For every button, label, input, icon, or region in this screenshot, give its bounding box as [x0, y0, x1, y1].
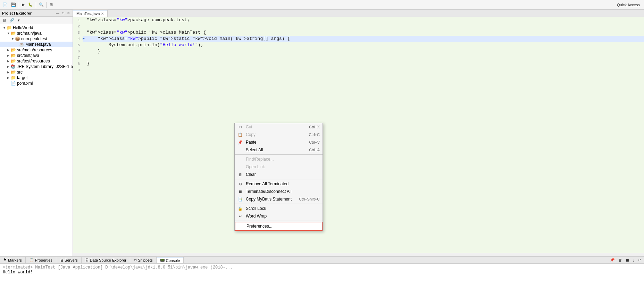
line-num-3: 3 [73, 29, 83, 36]
bottom-toolbar-scroll-btn[interactable]: ↓ [632, 257, 636, 263]
bottom-tab-icon-snippets: ✂ [134, 258, 137, 262]
toolbar-run-btn[interactable]: ▶ [20, 2, 26, 8]
bottom-tab-label-servers: Servers [65, 258, 78, 262]
bottom-toolbar-terminate-btn[interactable]: ⏹ [624, 257, 631, 263]
ctx-item-word-wrap[interactable]: ↵Word Wrap [235, 212, 323, 220]
toolbar-file-btn[interactable]: 📄 [1, 2, 9, 8]
bottom-toolbar-wordwrap-btn[interactable]: ↵ [637, 257, 643, 263]
code-text-3: "kw">class="kw">public "kw">class MainTe… [85, 29, 206, 36]
tree-icon-jre-system-library: 📚 [10, 64, 16, 69]
tree-item-pom-xml[interactable]: 📄pom.xml [0, 80, 73, 86]
tree-item-src-main-java[interactable]: ▼📂src/main/java [0, 31, 73, 36]
code-line-5: 5 System.out.println("Hello world!"); [73, 42, 644, 48]
tree-item-com-peak-test[interactable]: ▼📦com.peak.test [0, 36, 73, 42]
bottom-tab-properties[interactable]: 📋Properties [26, 257, 56, 263]
ctx-item-remove-all-terminated[interactable]: ⊘Remove All Terminated [235, 180, 323, 188]
ctx-item-preferences[interactable]: Preferences... [235, 222, 323, 231]
code-text-8: } [85, 61, 90, 67]
tree-label-com-peak-test: com.peak.test [21, 36, 47, 41]
ctx-label-open-link: Open Link [246, 164, 320, 169]
ctx-item-scroll-lock[interactable]: 🔒Scroll Lock [235, 205, 323, 212]
pe-minimize-btn[interactable]: — [55, 11, 60, 15]
ctx-label-copy: Copy [246, 132, 306, 137]
ctx-item-copy: 📋CopyCtrl+C [235, 131, 323, 138]
line-marker-4: ▶ [83, 36, 85, 42]
bottom-tab-icon-markers: ⚑ [3, 258, 7, 262]
code-text-6: } [85, 48, 100, 54]
code-line-2: 2 [73, 23, 644, 29]
pe-maximize-btn[interactable]: □ [61, 11, 65, 15]
tree-icon-src-test-resources: 📂 [11, 59, 16, 63]
bottom-tab-console[interactable]: 📟Console [157, 257, 184, 263]
tree-label-src: src [17, 70, 23, 75]
context-menu: ✂CutCtrl+X📋CopyCtrl+C📌PasteCtrl+VSelect … [234, 123, 323, 231]
bottom-tab-markers[interactable]: ⚑Markers [0, 257, 26, 263]
code-line-4: 4▶ "kw">class="kw">public "kw">static "k… [73, 36, 644, 42]
tree-label-src-main-resources: src/main/resources [17, 48, 52, 52]
tree-item-src-test-java[interactable]: ▶📂src/test/java [0, 53, 73, 58]
pe-link-btn[interactable]: 🔗 [8, 17, 16, 23]
toolbar-search-btn[interactable]: 🔍 [37, 2, 45, 8]
project-explorer-panel: Project Explorer — □ ✕ ⊟ 🔗 ▾ ▼📁HelloWorl… [0, 10, 73, 256]
tree-item-helloworld[interactable]: ▼📁HelloWorld [0, 25, 73, 31]
bottom-tab-label-markers: Markers [8, 258, 22, 262]
code-line-9: 9 [73, 67, 644, 73]
editor-tab-maintest[interactable]: MainTest.java ✕ [73, 10, 108, 17]
pe-collapse-btn[interactable]: ⊟ [1, 17, 7, 23]
line-num-1: 1 [73, 17, 83, 23]
ctx-label-select-all: Select All [246, 147, 306, 152]
ctx-label-scroll-lock: Scroll Lock [246, 206, 320, 211]
pe-menu-btn[interactable]: ▾ [16, 17, 21, 23]
tree-arrow-src-test-java: ▶ [7, 54, 10, 57]
ctx-label-remove-all-terminated: Remove All Terminated [246, 181, 320, 186]
toolbar-debug-btn[interactable]: 🐛 [27, 2, 34, 8]
editor-content[interactable]: 1"kw">class="kw">package com.peak.test;2… [73, 17, 644, 253]
ctx-item-find-replace: Find/Replace... [235, 155, 323, 163]
pe-close-btn[interactable]: ✕ [66, 11, 70, 15]
toolbar-window-btn[interactable]: ⊞ [48, 2, 54, 8]
ctx-item-terminate-disconnect-all[interactable]: ⏹Terminate/Disconnect All [235, 188, 323, 195]
tree-icon-maintest-java: ☕ [19, 42, 24, 47]
code-text-1: "kw">class="kw">package com.peak.test; [85, 17, 190, 23]
toolbar-sep-1 [19, 2, 19, 8]
editor-scrollbar-h[interactable] [73, 253, 644, 256]
tree-item-src-test-resources[interactable]: ▶📂src/test/resources [0, 58, 73, 64]
tree-arrow-src-test-resources: ▶ [7, 59, 10, 63]
ctx-item-select-all[interactable]: Select AllCtrl+A [235, 146, 323, 154]
ctx-sep-sep3 [235, 204, 323, 204]
project-explorer-header: Project Explorer — □ ✕ [0, 10, 73, 17]
editor-tab-close[interactable]: ✕ [101, 12, 104, 16]
ctx-icon-copy-mybatis: 📑 [237, 197, 243, 202]
tree-item-src[interactable]: ▶📂src [0, 69, 73, 75]
code-line-3: 3"kw">class="kw">public "kw">class MainT… [73, 29, 644, 36]
code-line-1: 1"kw">class="kw">package com.peak.test; [73, 17, 644, 23]
ctx-icon-paste: 📌 [237, 140, 243, 145]
tree-item-maintest-java[interactable]: ☕MainTest.java [0, 42, 73, 47]
tree-icon-src-main-java: 📂 [11, 31, 16, 36]
tree-icon-src-main-resources: 📂 [11, 48, 16, 52]
ctx-item-copy-mybatis[interactable]: 📑Copy MyBatis StatementCtrl+Shift+C [235, 195, 323, 203]
tree-item-target[interactable]: ▶📁target [0, 75, 73, 80]
code-line-7: 7 [73, 54, 644, 61]
bottom-tab-icon-properties: 📋 [29, 258, 34, 262]
bottom-tab-label-snippets: Snippets [138, 258, 153, 262]
bottom-tab-servers[interactable]: 🖥Servers [56, 257, 82, 263]
ctx-sep-sep1 [235, 154, 323, 155]
tree-item-jre-system-library[interactable]: ▶📚JRE System Library [J2SE-1.5] [0, 64, 73, 69]
ctx-item-clear[interactable]: 🗑Clear [235, 171, 323, 178]
tree-icon-com-peak-test: 📦 [15, 36, 20, 41]
ctx-item-paste[interactable]: 📌PasteCtrl+V [235, 138, 323, 146]
line-num-6: 6 [73, 48, 83, 54]
bottom-tab-snippets[interactable]: ✂Snippets [130, 257, 157, 263]
code-text-4: "kw">class="kw">public "kw">static "kw">… [85, 36, 290, 42]
tree-arrow-src: ▶ [7, 70, 10, 74]
line-num-7: 7 [73, 54, 83, 61]
bottom-toolbar-pin-btn[interactable]: 📌 [609, 257, 616, 263]
toolbar-save-btn[interactable]: 💾 [10, 2, 17, 8]
ctx-icon-cut: ✂ [237, 125, 243, 129]
bottom-tab-data-source-explorer[interactable]: 🗄Data Source Explorer [82, 257, 130, 263]
tree-arrow-src-main-resources: ▶ [7, 48, 10, 52]
bottom-toolbar-clear-btn[interactable]: 🗑 [617, 257, 624, 263]
tree-label-src-main-java: src/main/java [17, 31, 42, 36]
tree-item-src-main-resources[interactable]: ▶📂src/main/resources [0, 47, 73, 53]
